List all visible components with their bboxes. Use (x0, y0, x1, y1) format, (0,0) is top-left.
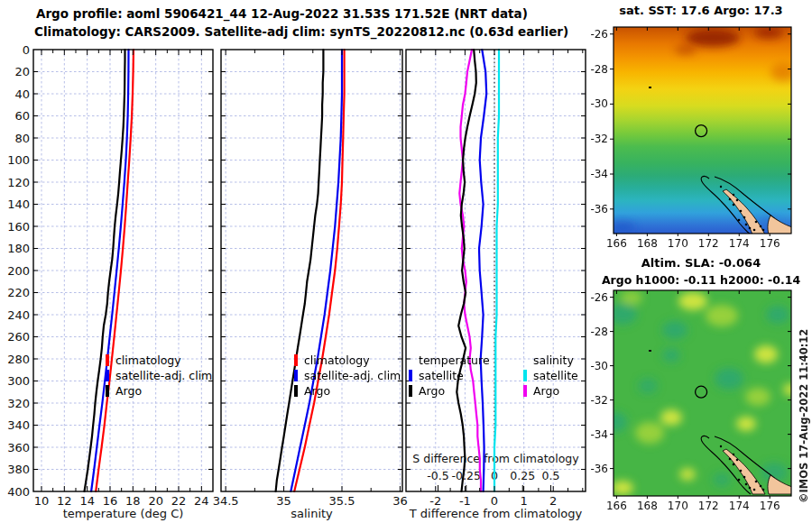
legend-label: satellite (419, 369, 464, 382)
legend-item-satellite-adj-clim: satellite-adj. clim (294, 368, 401, 383)
figure-title-line2: Climatology: CARS2009. Satellite-adj cli… (34, 24, 568, 39)
temperature-axis-label: temperature (deg C) (33, 507, 213, 520)
legend-item-t-satellite: satellite (409, 368, 490, 383)
t-argo-line-swatch (409, 385, 412, 397)
map-lon-tick-label: 176 (760, 237, 780, 250)
map-lon-tick-label: 174 (729, 500, 750, 512)
salinity-legend: climatology satellite-adj. clim Argo (294, 353, 401, 399)
map-lon-tick-label: 166 (606, 237, 627, 250)
legend-item-climatology: climatology (294, 353, 401, 368)
t-difference-axis-label: T difference from climatology (406, 507, 586, 520)
map-lat-tick-label: -34 (590, 168, 608, 180)
legend-label: satellite-adj. clim (304, 369, 401, 382)
map-lon-tick-label: 172 (698, 500, 719, 512)
imos-watermark: ©IMOS 17-Aug-2022 11:40:12 (798, 290, 810, 503)
legend-item-satellite-adj-clim: satellite-adj. clim (106, 368, 212, 383)
t-satellite-line-swatch (409, 370, 412, 381)
map-lat-tick-label: -32 (590, 394, 608, 407)
map-lon-tick-label: 168 (637, 237, 658, 250)
map-lon-tick-label: 174 (729, 237, 750, 250)
difference-legend-salinity: salinity satellite Argo (523, 353, 578, 399)
argo-line-swatch (106, 385, 109, 397)
map-lat-tick-label: -30 (590, 97, 608, 110)
norfolk-island-dot (649, 87, 651, 88)
difference-legend-temperature: temperature satellite Argo (409, 353, 490, 399)
sst-map-image (610, 26, 796, 234)
legend-label: Argo (304, 384, 330, 398)
legend-label: satellite-adj. clim (115, 369, 212, 382)
map-lon-tick-label: 176 (760, 500, 780, 512)
map-lat-tick-label: -30 (590, 360, 608, 372)
sla-map-image (604, 290, 798, 496)
s-argo-line-swatch (523, 385, 527, 397)
climatology-line-swatch (106, 354, 109, 366)
map-lon-tick-label: 166 (606, 500, 627, 512)
sst-map-title: sat. SST: 17.6 Argo: 17.3 (595, 4, 807, 17)
sla-map-title-line2: Argo h1000: -0.11 h2000: -0.14 (591, 273, 811, 287)
map-lat-tick-label: -28 (590, 326, 608, 338)
legend-label: satellite (533, 369, 578, 382)
salinity-axis-label: salinity (221, 507, 402, 520)
legend-item-s-argo: Argo (523, 383, 578, 399)
figure-title-line1: Argo profile: aoml 5906421_44 12-Aug-202… (36, 6, 528, 21)
argo-profile-figure: 1012141618202224020406080100120140160180… (0, 0, 812, 523)
map-lon-tick-label: 168 (637, 500, 658, 512)
legend-label: Argo (115, 384, 142, 398)
map-lat-tick-label: -32 (590, 133, 608, 145)
legend-label: climatology (115, 353, 181, 367)
climatology-line-swatch (294, 354, 298, 366)
map-lon-tick-label: 170 (668, 500, 688, 512)
legend-group-header: temperature (409, 353, 490, 368)
map-lat-tick-label: -26 (590, 28, 608, 41)
legend-item-t-argo: Argo (409, 383, 490, 399)
map-lon-tick-label: 170 (668, 237, 688, 250)
legend-item-argo: Argo (294, 383, 401, 399)
legend-group-header: salinity (523, 353, 578, 368)
argo-line-swatch (294, 385, 298, 397)
satellite-clim-line-swatch (106, 370, 109, 381)
legend-item-argo: Argo (106, 383, 212, 399)
map-lat-tick-label: -36 (590, 463, 608, 475)
legend-label: climatology (304, 353, 370, 367)
temperature-legend: climatology satellite-adj. clim Argo (106, 353, 212, 399)
legend-label: Argo (419, 384, 445, 398)
legend-label: Argo (533, 384, 559, 398)
s-satellite-line-swatch (523, 370, 527, 381)
satellite-clim-line-swatch (294, 370, 298, 381)
norfolk-island-dot (649, 350, 651, 352)
map-lat-tick-label: -36 (590, 203, 608, 216)
legend-item-s-satellite: satellite (523, 368, 578, 383)
map-lat-tick-label: -26 (590, 291, 608, 304)
legend-item-climatology: climatology (106, 353, 212, 368)
map-lat-tick-label: -28 (590, 63, 608, 76)
sla-map-title-line1: Altim. SLA: -0.064 (595, 256, 807, 270)
map-lat-tick-label: -34 (590, 428, 608, 441)
map-lon-tick-label: 172 (698, 237, 719, 250)
